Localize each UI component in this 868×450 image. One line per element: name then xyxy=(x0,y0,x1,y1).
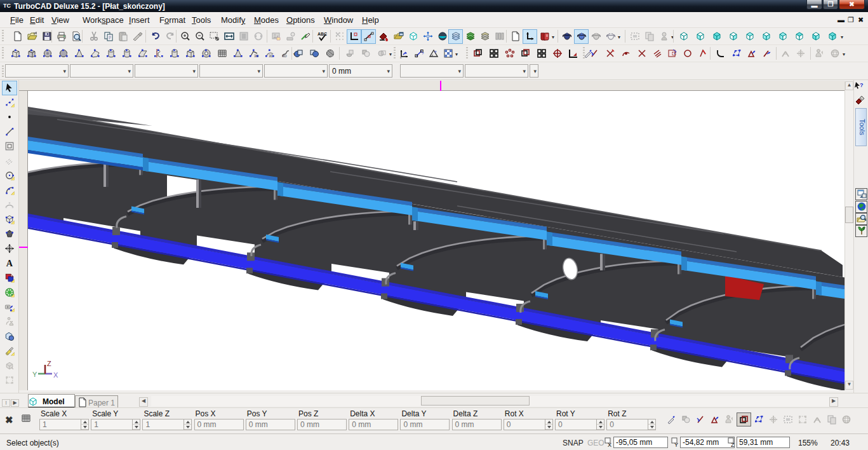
svg-text:?: ? xyxy=(860,82,864,88)
svg-text:Y: Y xyxy=(32,371,37,378)
svg-text:c: c xyxy=(863,226,865,230)
svg-text:Z: Z xyxy=(47,360,51,367)
svg-text:3D: 3D xyxy=(282,54,287,58)
svg-text:Y: Y xyxy=(674,442,678,447)
svg-text:Z: Z xyxy=(731,442,735,447)
svg-text:X: X xyxy=(53,371,58,379)
svg-text:?: ? xyxy=(434,50,437,54)
svg-text:X: X xyxy=(608,442,611,447)
svg-text:?: ? xyxy=(422,51,424,55)
svg-text:A: A xyxy=(6,258,13,268)
